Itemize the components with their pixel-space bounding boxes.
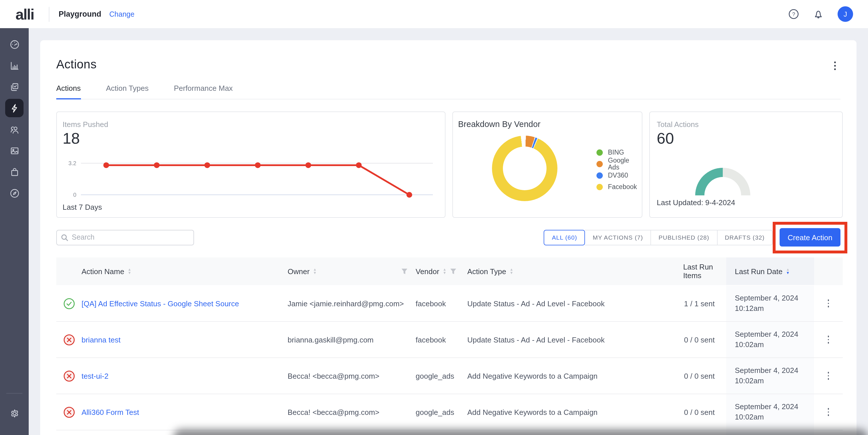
clipboard-check-icon (9, 81, 20, 92)
error-status-icon (63, 406, 75, 418)
success-status-icon (63, 297, 75, 310)
vendor-cell: facebook (415, 322, 467, 357)
date-text: September 4, 2024 (735, 366, 798, 376)
action-name-link[interactable]: Alli360 Form Test (82, 408, 139, 416)
legend-item: DV360 (596, 170, 642, 181)
table-row[interactable]: Alli360 Form Test Becca! <becca@pmg.com>… (56, 394, 843, 430)
help-icon[interactable]: ? (788, 9, 799, 20)
status-cell (56, 286, 82, 321)
time-text: 10:02am (735, 340, 764, 350)
sort-icon-active[interactable]: ▲▼ (786, 268, 789, 275)
tab-performance-max[interactable]: Performance Max (174, 84, 233, 99)
status-cell (56, 358, 82, 394)
col-vendor[interactable]: Vendor ▲▼ (415, 257, 467, 285)
gauge-hole (704, 177, 741, 195)
workspace-name: Playground (59, 10, 101, 19)
col-action-name-label: Action Name (82, 267, 124, 276)
row-menu-button[interactable] (826, 370, 832, 382)
vendor-cell: google_ads (415, 358, 467, 394)
legend-label: Facebook (608, 183, 637, 190)
page-title: Actions (56, 56, 97, 72)
sidebar-item-commerce[interactable] (5, 163, 24, 181)
table-toolbar: ALL (60)MY ACTIONS (7)PUBLISHED (28)DRAF… (56, 228, 840, 246)
users-icon (9, 124, 20, 135)
legend-label: Google Ads (608, 157, 642, 171)
menu-cell (814, 322, 843, 357)
top-header: alli Playground Change ? J (0, 0, 868, 28)
search-input[interactable] (56, 230, 194, 245)
row-menu-button[interactable] (826, 406, 832, 418)
table-row[interactable]: brianna test brianna.gaskill@pmg.com fac… (56, 322, 843, 358)
vendor-cell: google_ads (415, 394, 467, 430)
row-menu-button[interactable] (826, 334, 832, 346)
owner-cell: Jamie <jamie.reinhard@pmg.com> (288, 286, 415, 321)
col-vendor-label: Vendor (415, 267, 439, 276)
action-name-cell: brianna test (82, 322, 288, 357)
col-last-run-items: Last Run Items (682, 257, 726, 285)
col-status (56, 257, 82, 285)
sidebar-item-settings[interactable] (5, 404, 24, 423)
table-row[interactable]: test-ui-2 Becca! <becca@pmg.com> google_… (56, 358, 843, 394)
time-text: 10:12am (735, 303, 764, 314)
sidebar-item-reports[interactable] (5, 56, 24, 75)
sidebar-item-dashboard[interactable] (5, 35, 24, 53)
app-logo[interactable]: alli (16, 7, 34, 22)
action-type-cell: Add Negative Keywords to a Campaign (467, 394, 682, 430)
col-owner[interactable]: Owner ▲▼ (288, 257, 415, 285)
legend-dot (596, 161, 603, 167)
sidebar-item-explore[interactable] (5, 184, 24, 202)
action-type-cell: Update Status - Ad - Ad Level - Facebook (467, 286, 682, 321)
filter-funnel-icon[interactable] (450, 268, 456, 274)
app-root: alli Playground Change ? J (0, 0, 868, 435)
sort-icon[interactable]: ▲▼ (443, 268, 446, 275)
col-action-type-label: Action Type (467, 267, 506, 276)
date-text: September 4, 2024 (735, 329, 798, 340)
tab-action-types[interactable]: Action Types (106, 84, 148, 99)
dashboard-icon (9, 39, 20, 50)
compass-icon (9, 187, 20, 199)
action-name-link[interactable]: [QA] Ad Effective Status - Google Sheet … (82, 299, 239, 308)
total-actions-card: Total Actions 60 Last Updated: 9-4-2024 (649, 112, 843, 218)
user-avatar[interactable]: J (838, 6, 853, 22)
vendor-breakdown-card: Breakdown By Vendor BINGGoogle AdsDV360F… (453, 112, 642, 218)
legend-dot (596, 183, 603, 190)
notifications-bell-icon[interactable] (813, 9, 824, 20)
table-row[interactable]: [QA] Ad Effective Status - Google Sheet … (56, 285, 843, 322)
action-type-cell: Update Status - Ad - Ad Level - Facebook (467, 322, 682, 357)
sort-icon[interactable]: ▲▼ (313, 268, 317, 275)
panel-menu-button[interactable] (829, 60, 840, 71)
sidebar-item-actions[interactable] (5, 99, 24, 117)
change-workspace-link[interactable]: Change (110, 10, 135, 18)
items-pushed-card: Items Pushed 18 3.20 Last 7 Days (56, 112, 445, 218)
actions-panel: Actions ActionsAction TypesPerformance M… (40, 40, 857, 435)
items-pushed-value: 18 (63, 130, 80, 148)
date-cell: September 4, 2024 10:12am (726, 286, 814, 321)
row-menu-button[interactable] (826, 297, 832, 310)
date-text: September 4, 2024 (735, 293, 798, 303)
sidebar-item-audiences[interactable] (5, 120, 24, 139)
filter-drafts-32-[interactable]: DRAFTS (32) (717, 230, 773, 245)
table-body: [QA] Ad Effective Status - Google Sheet … (56, 285, 843, 435)
shopping-bag-icon (9, 166, 20, 177)
filter-published-28-[interactable]: PUBLISHED (28) (651, 230, 717, 245)
action-name-link[interactable]: test-ui-2 (82, 372, 108, 380)
col-action-name[interactable]: Action Name ▲▼ (82, 257, 288, 285)
sort-icon[interactable]: ▲▼ (128, 268, 131, 275)
action-name-link[interactable]: brianna test (82, 335, 121, 344)
col-last-run-date[interactable]: Last Run Date ▲▼ (726, 257, 814, 285)
sidebar-item-tasks[interactable] (5, 78, 24, 96)
col-action-type[interactable]: Action Type ▲▼ (467, 257, 682, 285)
filter-funnel-icon[interactable] (401, 268, 408, 274)
image-icon (9, 145, 20, 156)
items-pushed-label: Items Pushed (63, 120, 108, 129)
create-action-button[interactable]: Create Action (780, 228, 840, 246)
total-actions-footer: Last Updated: 9-4-2024 (657, 198, 735, 207)
filter-my-actions-7-[interactable]: MY ACTIONS (7) (585, 230, 651, 245)
legend-dot (596, 149, 603, 155)
items-cell: 0 / 0 sent (682, 358, 726, 394)
filter-all-60-[interactable]: ALL (60) (544, 230, 585, 245)
sidebar-item-creative[interactable] (5, 141, 24, 160)
owner-cell: brianna.gaskill@pmg.com (288, 322, 415, 357)
tab-actions[interactable]: Actions (56, 84, 81, 99)
sort-icon[interactable]: ▲▼ (509, 268, 513, 275)
